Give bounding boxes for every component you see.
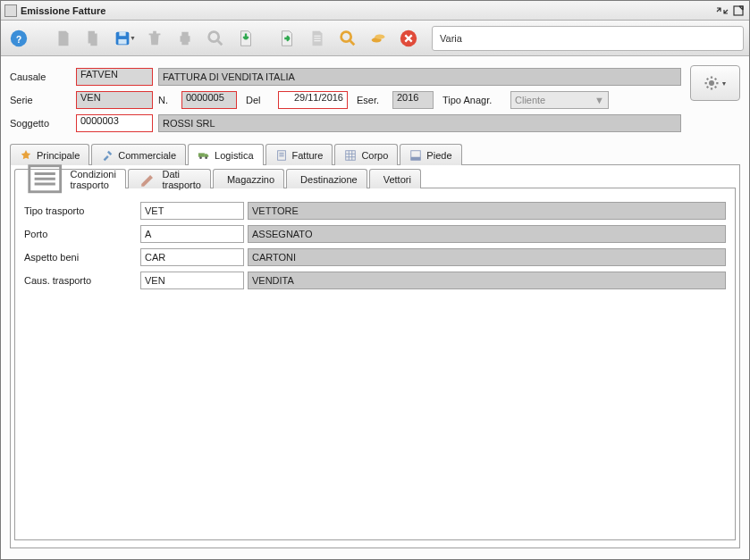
cond-code-input[interactable] xyxy=(140,202,244,220)
svg-rect-5 xyxy=(118,38,126,43)
copy-button[interactable] xyxy=(81,26,106,51)
maximize-button[interactable] xyxy=(731,4,746,17)
window-icon xyxy=(4,4,17,17)
svg-point-13 xyxy=(199,156,202,159)
tab-logistica[interactable]: Logistica xyxy=(188,144,263,165)
tab-corpo[interactable]: Corpo xyxy=(334,144,398,165)
tipoanagr-select[interactable]: Cliente ▼ xyxy=(510,91,609,109)
close-button[interactable] xyxy=(396,26,421,51)
window-title: Emissione Fatture xyxy=(21,5,713,16)
svg-rect-15 xyxy=(277,150,285,160)
eser-value: 2016 xyxy=(392,91,434,109)
doc-icon xyxy=(275,149,288,162)
soggetto-desc: ROSSI SRL xyxy=(158,114,681,132)
cond-desc: VENDITA xyxy=(248,272,726,289)
svg-rect-0 xyxy=(734,6,743,15)
cond-label: Tipo trasporto xyxy=(24,205,140,216)
restore-button[interactable] xyxy=(715,4,729,17)
cond-code-input[interactable] xyxy=(140,248,244,266)
soggetto-code[interactable]: 0000003 xyxy=(76,114,153,132)
svg-point-11 xyxy=(709,80,714,86)
cond-row: PortoASSEGNATO xyxy=(24,222,726,246)
causale-desc: FATTURA DI VENDITA ITALIA xyxy=(158,68,681,86)
list-icon xyxy=(24,158,65,199)
cond-row: Caus. trasportoVENDITA xyxy=(24,269,726,292)
serie-code[interactable]: VEN xyxy=(76,91,153,109)
sub-tabstrip: Condizioni trasporto Dati trasporto Maga… xyxy=(14,169,736,188)
export-button[interactable] xyxy=(274,26,299,51)
help-button[interactable]: ? xyxy=(6,26,31,51)
view-button[interactable] xyxy=(335,26,360,51)
tab-fatture[interactable]: Fatture xyxy=(265,144,333,165)
gear-icon xyxy=(704,75,720,91)
tools-icon xyxy=(101,149,114,162)
tipoanagr-label: Tipo Anagr. xyxy=(442,95,510,105)
money-button[interactable] xyxy=(366,26,391,51)
tab-commerciale[interactable]: Commerciale xyxy=(91,144,186,165)
del-label: Del xyxy=(246,95,278,105)
soggetto-label: Soggetto xyxy=(10,118,76,129)
subtab-destinazione[interactable]: Destinazione xyxy=(286,169,367,188)
svg-point-9 xyxy=(375,34,384,39)
n-value[interactable]: 0000005 xyxy=(181,91,237,109)
window-frame: Emissione Fatture ? ▼ xyxy=(0,0,750,560)
n-label: N. xyxy=(158,95,181,105)
svg-rect-12 xyxy=(198,153,205,156)
subtab-dati-trasporto[interactable]: Dati trasporto xyxy=(128,169,211,188)
delete-button[interactable] xyxy=(142,26,167,51)
tipoanagr-value: Cliente xyxy=(515,95,545,105)
svg-rect-18 xyxy=(411,156,421,160)
subtab-body: Tipo trasportoVETTOREPortoASSEGNATOAspet… xyxy=(14,188,736,540)
svg-point-14 xyxy=(205,156,207,159)
search-button[interactable] xyxy=(203,26,228,51)
svg-rect-4 xyxy=(119,31,125,36)
toolbar: ? ▼ xyxy=(1,21,749,56)
new-button[interactable] xyxy=(51,26,76,51)
svg-rect-16 xyxy=(346,150,356,160)
subtab-magazzino[interactable]: Magazzino xyxy=(213,169,284,188)
svg-point-6 xyxy=(209,31,219,41)
subtab-condizioni[interactable]: Condizioni trasporto xyxy=(14,169,126,188)
cond-code-input[interactable] xyxy=(140,272,244,289)
causale-code[interactable]: FATVEN xyxy=(76,68,153,86)
chevron-down-icon: ▼ xyxy=(594,95,604,105)
chevron-down-icon: ▼ xyxy=(721,80,728,87)
del-value[interactable]: 29/11/2016 xyxy=(278,91,348,109)
main-tab-body: Condizioni trasporto Dati trasporto Maga… xyxy=(10,164,740,548)
subtab-vettori[interactable]: Vettori xyxy=(369,169,421,188)
settings-button[interactable]: ▼ xyxy=(690,65,740,101)
cond-label: Caus. trasporto xyxy=(24,275,140,286)
import-button[interactable] xyxy=(233,26,258,51)
cond-label: Aspetto beni xyxy=(24,252,140,263)
status-field: Varia xyxy=(432,26,744,51)
cond-row: Aspetto beniCARTONI xyxy=(24,246,726,269)
grid-icon xyxy=(344,149,357,162)
cond-code-input[interactable] xyxy=(140,225,244,243)
header-form: Causale FATVEN FATTURA DI VENDITA ITALIA… xyxy=(1,56,749,138)
save-button[interactable]: ▼ xyxy=(112,26,137,51)
cond-desc: ASSEGNATO xyxy=(248,225,726,243)
cond-desc: CARTONI xyxy=(248,248,726,266)
titlebar: Emissione Fatture xyxy=(1,1,749,21)
truck-icon xyxy=(198,149,210,162)
print-button[interactable] xyxy=(173,26,198,51)
svg-text:?: ? xyxy=(16,34,21,44)
main-tabstrip: Principale Commerciale Logistica Fatture… xyxy=(10,144,740,165)
causale-label: Causale xyxy=(10,71,76,82)
pen-icon xyxy=(138,169,158,189)
cond-desc: VETTORE xyxy=(248,202,726,220)
footer-icon xyxy=(409,149,422,162)
svg-point-7 xyxy=(341,31,351,41)
cond-row: Tipo trasportoVETTORE xyxy=(24,199,726,222)
document-button[interactable] xyxy=(305,26,330,51)
serie-label: Serie xyxy=(10,95,76,105)
eser-label: Eser. xyxy=(357,95,392,105)
cond-label: Porto xyxy=(24,229,140,239)
tab-piede[interactable]: Piede xyxy=(400,144,461,165)
